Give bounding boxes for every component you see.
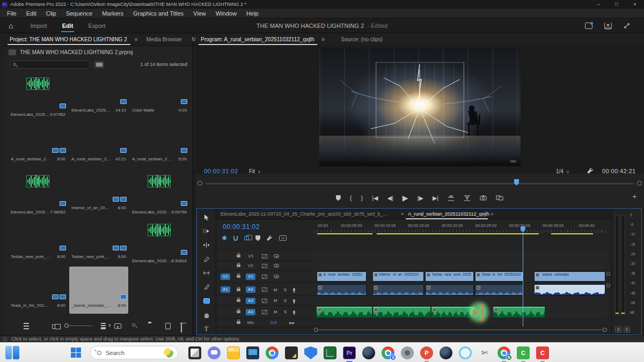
track-target-A3[interactable]: A3	[246, 309, 255, 315]
add-marker-icon[interactable]	[336, 195, 341, 201]
button-editor-plus[interactable]: +	[632, 193, 636, 201]
sync-lock-icon[interactable]	[262, 287, 267, 292]
menu-sequence[interactable]: Sequence	[61, 10, 98, 17]
export-frame-icon[interactable]	[480, 195, 487, 201]
taskbar-camtasia-icon[interactable]: C	[514, 345, 533, 361]
track-target-V3[interactable]: V3	[246, 253, 255, 260]
lift-button[interactable]	[448, 195, 455, 201]
a1-clip[interactable]	[372, 284, 424, 295]
voiceover-mic-icon[interactable]	[293, 288, 295, 291]
taskbar-task-view-icon[interactable]	[185, 345, 204, 361]
a1-clip[interactable]	[534, 284, 606, 295]
mix-value[interactable]: 0.0	[270, 320, 276, 325]
project-item-a-rural-serbian-202[interactable]: A_rural_serbian_202...42:21	[69, 120, 128, 167]
share-export-icon[interactable]	[604, 23, 612, 29]
fullscreen-icon[interactable]	[624, 23, 631, 29]
home-icon[interactable]: ⌂	[9, 21, 13, 30]
mute-button[interactable]: M	[274, 287, 277, 292]
sync-lock-icon[interactable]	[262, 254, 267, 258]
lock-icon[interactable]	[237, 264, 240, 267]
solo-button[interactable]: S	[284, 298, 287, 303]
lock-icon[interactable]	[237, 275, 240, 278]
play-button[interactable]: ▶	[402, 194, 408, 202]
voiceover-mic-icon[interactable]	[293, 299, 295, 302]
mark-out-button[interactable]: }	[361, 195, 363, 201]
settings-wrench-icon[interactable]	[587, 167, 594, 175]
project-item-teslas-new-york-202[interactable]: Teslas_new_york_202...8:00	[9, 218, 68, 265]
lock-icon[interactable]	[237, 289, 240, 291]
project-item-tesla-in-his-2025110[interactable]: Tesla_in_his_2025110...8:00	[9, 267, 68, 314]
lock-icon[interactable]	[237, 311, 240, 313]
tool-ripple-edit[interactable]	[202, 241, 211, 249]
writable-pencil-icon[interactable]	[10, 323, 15, 329]
add-marker-icon[interactable]	[255, 235, 260, 241]
timeline-tab-inactive[interactable]: ElevenLabs_2025-11-03T20_04_25_Charlie_p…	[216, 211, 393, 217]
project-item-elevenlabs-2025[interactable]: ElevenLabs_2025-...7:38052	[9, 169, 68, 216]
icon-view-icon[interactable]	[38, 323, 43, 329]
vertical-scroll-knob[interactable]	[606, 284, 610, 287]
taskbar-green-grid-app-icon[interactable]	[320, 345, 340, 361]
taskbar-settings-gear-icon[interactable]	[398, 345, 417, 361]
a3-clip[interactable]	[372, 306, 431, 318]
track-content-V2[interactable]	[314, 261, 607, 271]
video-preview[interactable]: Veo	[319, 48, 521, 166]
mark-in-button[interactable]: {	[350, 195, 352, 201]
close-button[interactable]: ×	[626, 2, 644, 7]
project-item-teslas-new-york-202[interactable]: Teslas_new_york_202...8:00	[69, 218, 128, 265]
taskbar-chrome-profile-s-icon[interactable]: S	[378, 345, 398, 361]
tool-razor[interactable]	[202, 255, 211, 263]
v1-clip-teslas-new-york-2025[interactable]: Teslas_new_york_2025	[425, 271, 473, 282]
menu-markers[interactable]: Markers	[97, 10, 128, 17]
project-item-elevenlabs-2025[interactable]: ElevenLabs_2025-...9:07452	[9, 71, 68, 119]
breadcrumb[interactable]: THE MAN WHO HACKED LIGHTNING 2.prproj	[4, 46, 193, 58]
widgets-icon[interactable]	[5, 346, 19, 359]
program-tab[interactable]: Program: A_rural_serbian_202511032112_qx…	[195, 34, 318, 45]
sort-icons-icon[interactable]	[101, 323, 106, 329]
solo-button[interactable]: S	[284, 309, 287, 314]
workspace-switcher-icon[interactable]	[585, 23, 592, 29]
project-item-elevenlabs-2025[interactable]: ElevenLabs_2025-...8:30816	[130, 218, 189, 265]
find-icon[interactable]	[131, 323, 138, 329]
timeline-settings-wrench-icon[interactable]	[267, 233, 273, 243]
maximize-button[interactable]: □	[608, 2, 626, 7]
goto-in-button[interactable]: |◀	[372, 195, 378, 202]
taskbar-teams-chat-icon[interactable]	[204, 345, 224, 361]
project-item-interior-of-an-202511[interactable]: Interior_of_an_202511...8:00	[69, 169, 128, 216]
a3-clip[interactable]	[316, 306, 372, 318]
search-input[interactable]	[10, 61, 90, 69]
extract-button[interactable]	[464, 195, 471, 201]
taskbar-snipping-tool-icon[interactable]: ✄	[475, 345, 494, 361]
workspace-tab-import[interactable]: Import	[23, 19, 54, 32]
program-playhead[interactable]	[514, 179, 519, 186]
new-bin-icon[interactable]	[148, 323, 156, 329]
insert-as-nest-icon[interactable]: ✱	[222, 235, 227, 241]
panel-menu-icon[interactable]: ≡	[491, 211, 493, 217]
lock-icon[interactable]	[237, 321, 240, 324]
freeform-view-icon[interactable]	[52, 324, 56, 329]
panel-tab-project-the-man-who-hacked-lightning-2[interactable]: Project: THE MAN WHO HACKED LIGHTNING 2	[4, 34, 131, 45]
toggle-output-eye-icon[interactable]	[274, 275, 279, 278]
snap-icon[interactable]	[233, 236, 238, 241]
taskbar-blue-ring-app-icon[interactable]	[456, 345, 475, 361]
track-target-V2[interactable]: V2	[246, 263, 255, 269]
tool-hand[interactable]	[202, 311, 211, 319]
project-item-color-matte[interactable]: Color Matte4:29	[130, 71, 189, 119]
project-item-a-rural-serbian-2025[interactable]: A_rural_serbian_2025...8:00	[9, 120, 68, 167]
a1-clip[interactable]	[475, 284, 523, 295]
v1-clip-scene-colorado[interactable]: _scene_colorado	[534, 271, 606, 282]
timeline-tab-active[interactable]: A_rural_serbian_202511032112_qxjth ≡	[406, 209, 495, 219]
playback-resolution-dropdown[interactable]: 1/4∨	[556, 168, 569, 174]
tool-slip[interactable]	[202, 269, 211, 277]
toggle-output-eye-icon[interactable]	[274, 254, 279, 258]
taskbar-premiere-pro-icon[interactable]: Pr	[340, 345, 359, 361]
sync-lock-icon[interactable]	[262, 275, 267, 279]
track-content-V3[interactable]	[314, 252, 607, 261]
workspace-tab-edit[interactable]: Edit	[55, 19, 81, 32]
menu-view[interactable]: View	[188, 10, 211, 17]
project-item-a-rural-serbian-2025[interactable]: A_rural_serbian_2025...5:00	[130, 120, 189, 167]
panel-menu-icon[interactable]: ≡	[135, 36, 138, 42]
lock-icon[interactable]	[237, 299, 240, 302]
taskbar-windows-security-icon[interactable]	[301, 345, 320, 361]
sync-lock-icon[interactable]	[262, 299, 267, 303]
panel-menu-icon[interactable]: ≡	[321, 36, 325, 42]
